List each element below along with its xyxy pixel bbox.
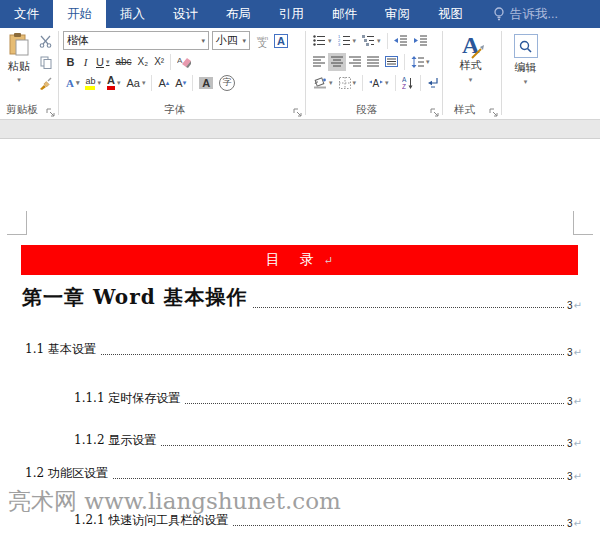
- phonetic-guide-button[interactable]: wén 文: [254, 32, 271, 50]
- scissors-icon: [39, 35, 52, 48]
- multilevel-list-button[interactable]: [359, 32, 384, 50]
- tab-view[interactable]: 视图: [424, 0, 477, 28]
- asian-layout-icon: A: [369, 77, 383, 89]
- align-right-icon: [349, 56, 361, 67]
- paint-bucket-icon: [313, 76, 327, 89]
- align-right-button[interactable]: [346, 53, 364, 71]
- font-size-combo[interactable]: 小四 ▾: [212, 31, 250, 50]
- font-name-combo[interactable]: 楷体 ▾: [63, 31, 209, 50]
- toc-page-number: 3: [567, 471, 573, 482]
- tab-insert[interactable]: 插入: [106, 0, 159, 28]
- format-painter-icon: [39, 77, 52, 90]
- toc-entry-line[interactable]: 1.2 功能区设置 3 ↵: [25, 465, 582, 482]
- sort-button[interactable]: A Z: [399, 74, 417, 92]
- underline-button[interactable]: U: [93, 53, 112, 71]
- character-border-button[interactable]: A: [271, 32, 291, 50]
- editing-dropdown-arrow[interactable]: ▾: [524, 78, 528, 86]
- tell-me-label: 告诉我...: [510, 6, 558, 23]
- format-painter-button[interactable]: [36, 74, 55, 92]
- align-center-button[interactable]: [328, 53, 346, 71]
- asian-layout-button[interactable]: A: [366, 74, 392, 92]
- align-left-button[interactable]: [310, 53, 328, 71]
- strikethrough-button[interactable]: abc: [112, 53, 134, 71]
- styles-icon: A: [462, 32, 479, 58]
- font-name-dropdown-arrow[interactable]: ▾: [201, 37, 205, 45]
- enclose-characters-icon: 字: [219, 75, 235, 91]
- line-spacing-icon: [411, 56, 424, 68]
- separator: [170, 54, 171, 70]
- document-page[interactable]: 目 录↵ 第一章 Word 基本操作 3 ↵ 1.1 基本设置 3 ↵ 1.1.…: [0, 138, 600, 550]
- separator: [404, 54, 405, 70]
- text-highlight-button[interactable]: ab: [82, 74, 104, 92]
- change-case-button[interactable]: Aa: [123, 74, 148, 92]
- bold-button[interactable]: B: [63, 53, 78, 71]
- align-center-icon: [331, 56, 343, 67]
- ribbon: 粘贴 ▾: [0, 28, 600, 120]
- styles-dialog-launcher-icon[interactable]: [489, 108, 498, 117]
- toc-entry-line[interactable]: 1.2.1 快速访问工具栏的设置 3 ↵: [74, 512, 582, 529]
- tab-design[interactable]: 设计: [159, 0, 212, 28]
- dot-leader: [113, 478, 564, 479]
- clipboard-dialog-launcher-icon[interactable]: [46, 108, 55, 117]
- show-hide-marks-button[interactable]: [424, 74, 442, 92]
- paste-dropdown-arrow[interactable]: ▾: [17, 76, 21, 84]
- cut-button[interactable]: [36, 32, 55, 50]
- font-size-dropdown-arrow[interactable]: ▾: [242, 37, 246, 45]
- tab-review[interactable]: 审阅: [371, 0, 424, 28]
- phonetic-guide-icon: wén 文: [257, 35, 268, 47]
- paragraph-mark-icon: [427, 77, 439, 89]
- justify-button[interactable]: [364, 53, 382, 71]
- dot-leader: [185, 403, 564, 404]
- separator: [192, 75, 193, 91]
- grow-font-button[interactable]: A: [155, 74, 172, 92]
- shading-button[interactable]: [310, 74, 336, 92]
- editing-button[interactable]: 编辑 ▾: [504, 32, 548, 98]
- search-icon: [519, 40, 532, 53]
- subscript-button[interactable]: X₂: [135, 53, 152, 71]
- superscript-button[interactable]: X²: [151, 53, 167, 71]
- toc-banner[interactable]: 目 录↵: [21, 245, 578, 275]
- paragraph-return-mark: ↵: [574, 300, 582, 311]
- clipboard-group-label: 剪贴板: [0, 103, 44, 117]
- tab-file[interactable]: 文件: [0, 0, 53, 28]
- sort-icon: A Z: [402, 76, 414, 89]
- tab-layout[interactable]: 布局: [212, 0, 265, 28]
- decrease-indent-button[interactable]: [391, 32, 411, 50]
- styles-button[interactable]: A 样式 ▾: [449, 32, 493, 98]
- tab-home[interactable]: 开始: [53, 0, 106, 28]
- increase-indent-button[interactable]: [411, 32, 431, 50]
- copy-button[interactable]: [36, 53, 55, 71]
- styles-brush-icon: [470, 44, 486, 60]
- text-effects-button[interactable]: A: [63, 74, 82, 92]
- separator: [395, 75, 396, 91]
- toc-entry-line[interactable]: 1.1.2 显示设置 3 ↵: [74, 432, 582, 449]
- toc-heading-line[interactable]: 第一章 Word 基本操作 3 ↵: [22, 284, 582, 311]
- italic-button[interactable]: I: [78, 53, 93, 71]
- margin-mark-right-horizontal: [573, 234, 593, 235]
- paragraph-group-label: 段落: [306, 103, 428, 117]
- toc-entry-line[interactable]: 1.1.1 定时保存设置 3 ↵: [74, 390, 582, 407]
- line-spacing-button[interactable]: [408, 53, 433, 71]
- font-dialog-launcher-icon[interactable]: [293, 108, 302, 117]
- character-shading-button[interactable]: A: [196, 74, 216, 92]
- enclose-characters-button[interactable]: 字: [216, 74, 238, 92]
- numbering-icon: 1 2 3: [338, 35, 351, 46]
- tell-me-box[interactable]: 告诉我...: [483, 0, 568, 28]
- font-color-button[interactable]: A: [104, 74, 123, 92]
- styles-dropdown-arrow[interactable]: ▾: [469, 76, 473, 84]
- distribute-button[interactable]: [382, 53, 401, 71]
- bullets-button[interactable]: [310, 32, 335, 50]
- separator: [420, 75, 421, 91]
- paste-button[interactable]: 粘贴 ▾: [4, 32, 34, 96]
- numbering-button[interactable]: 1 2 3: [335, 32, 360, 50]
- paragraph-dialog-launcher-icon[interactable]: [430, 108, 439, 117]
- shrink-font-button[interactable]: A: [172, 74, 189, 92]
- toc-entry-text: 1.2 功能区设置: [25, 465, 108, 482]
- toc-entry-line[interactable]: 1.1 基本设置 3 ↵: [25, 341, 582, 358]
- tab-mailings[interactable]: 邮件: [318, 0, 371, 28]
- separator: [387, 33, 388, 49]
- clear-formatting-button[interactable]: A: [174, 53, 195, 71]
- editing-group: 编辑 ▾: [502, 28, 552, 119]
- tab-references[interactable]: 引用: [265, 0, 318, 28]
- borders-button[interactable]: [336, 74, 360, 92]
